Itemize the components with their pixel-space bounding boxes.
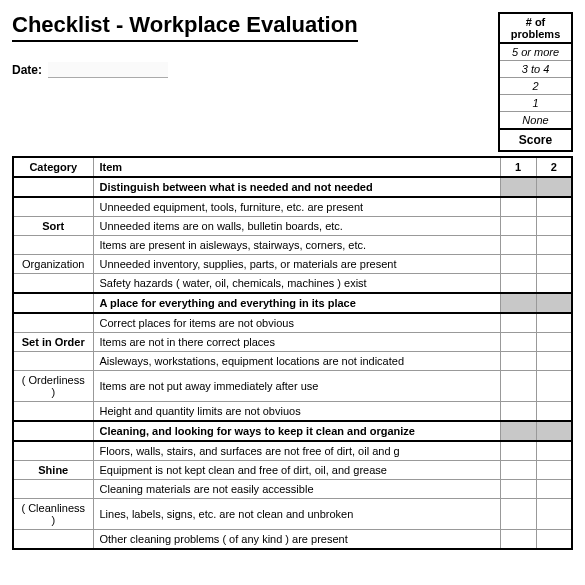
table-header-row: Category Item 1 2 (13, 157, 572, 177)
item-text: Equipment is not kept clean and free of … (93, 461, 500, 480)
score-cell[interactable] (536, 177, 572, 197)
item-text: Other cleaning problems ( of any kind ) … (93, 530, 500, 550)
score-cell[interactable] (536, 480, 572, 499)
problems-level: 1 (500, 95, 571, 112)
col-score1: 1 (500, 157, 536, 177)
table-row: Correct places for items are not obvious (13, 313, 572, 333)
table-row: Safety hazards ( water, oil, chemicals, … (13, 274, 572, 294)
score-cell[interactable] (500, 371, 536, 402)
table-row: Organization Unneeded inventory, supplie… (13, 255, 572, 274)
item-text: Safety hazards ( water, oil, chemicals, … (93, 274, 500, 294)
table-row: Aisleways, workstations, equipment locat… (13, 352, 572, 371)
problems-level: None (500, 112, 571, 128)
score-cell[interactable] (536, 461, 572, 480)
score-cell[interactable] (536, 217, 572, 236)
score-cell[interactable] (536, 274, 572, 294)
table-row: Other cleaning problems ( of any kind ) … (13, 530, 572, 550)
score-cell[interactable] (500, 441, 536, 461)
score-cell[interactable] (500, 352, 536, 371)
item-text: Lines, labels, signs, etc. are not clean… (93, 499, 500, 530)
item-text: Height and quantity limits are not obviu… (93, 402, 500, 422)
category-sub: Organization (13, 255, 93, 274)
page-title: Checklist - Workplace Evaluation (12, 12, 358, 42)
score-cell[interactable] (500, 530, 536, 550)
section-header: Distinguish between what is needed and n… (13, 177, 572, 197)
score-cell[interactable] (500, 313, 536, 333)
item-text: Aisleways, workstations, equipment locat… (93, 352, 500, 371)
score-cell[interactable] (500, 461, 536, 480)
score-cell[interactable] (500, 421, 536, 441)
score-cell[interactable] (500, 293, 536, 313)
section-header: Cleaning, and looking for ways to keep i… (13, 421, 572, 441)
problems-level: 5 or more (500, 44, 571, 61)
col-item: Item (93, 157, 500, 177)
item-text: Items are not in there correct places (93, 333, 500, 352)
date-input[interactable] (48, 62, 168, 78)
score-label: Score (498, 130, 573, 152)
table-row: Height and quantity limits are not obviu… (13, 402, 572, 422)
score-cell[interactable] (500, 402, 536, 422)
category-sub: ( Cleanliness ) (13, 499, 93, 530)
section-title: Distinguish between what is needed and n… (93, 177, 500, 197)
score-cell[interactable] (536, 530, 572, 550)
section-header: A place for everything and everything in… (13, 293, 572, 313)
score-cell[interactable] (500, 274, 536, 294)
score-cell[interactable] (536, 255, 572, 274)
score-cell[interactable] (536, 499, 572, 530)
score-cell[interactable] (500, 177, 536, 197)
score-cell[interactable] (500, 480, 536, 499)
problems-header: # of problems (500, 14, 571, 44)
table-row: ( Cleanliness ) Lines, labels, signs, et… (13, 499, 572, 530)
score-cell[interactable] (500, 333, 536, 352)
table-row: Set in Order Items are not in there corr… (13, 333, 572, 352)
score-cell[interactable] (536, 421, 572, 441)
table-row: Unneeded equipment, tools, furniture, et… (13, 197, 572, 217)
problems-level: 2 (500, 78, 571, 95)
category-main: Shine (13, 461, 93, 480)
table-row: ( Orderliness ) Items are not put away i… (13, 371, 572, 402)
score-cell[interactable] (500, 197, 536, 217)
score-cell[interactable] (500, 217, 536, 236)
item-text: Correct places for items are not obvious (93, 313, 500, 333)
item-text: Cleaning materials are not easily access… (93, 480, 500, 499)
category-main: Sort (13, 217, 93, 236)
problems-box: # of problems 5 or more 3 to 4 2 1 None (498, 12, 573, 130)
item-text: Items are not put away immediately after… (93, 371, 500, 402)
score-cell[interactable] (536, 313, 572, 333)
score-cell[interactable] (536, 333, 572, 352)
category-main: Set in Order (13, 333, 93, 352)
item-text: Unneeded items are on walls, bulletin bo… (93, 217, 500, 236)
section-title: A place for everything and everything in… (93, 293, 500, 313)
col-score2: 2 (536, 157, 572, 177)
score-cell[interactable] (500, 255, 536, 274)
item-text: Floors, walls, stairs, and surfaces are … (93, 441, 500, 461)
score-cell[interactable] (500, 236, 536, 255)
item-text: Items are present in aisleways, stairway… (93, 236, 500, 255)
score-cell[interactable] (536, 402, 572, 422)
table-row: Cleaning materials are not easily access… (13, 480, 572, 499)
score-cell[interactable] (536, 352, 572, 371)
score-cell[interactable] (500, 499, 536, 530)
category-sub: ( Orderliness ) (13, 371, 93, 402)
problems-level: 3 to 4 (500, 61, 571, 78)
table-row: Shine Equipment is not kept clean and fr… (13, 461, 572, 480)
table-row: Items are present in aisleways, stairway… (13, 236, 572, 255)
col-category: Category (13, 157, 93, 177)
score-cell[interactable] (536, 371, 572, 402)
table-row: Floors, walls, stairs, and surfaces are … (13, 441, 572, 461)
score-cell[interactable] (536, 197, 572, 217)
score-cell[interactable] (536, 293, 572, 313)
score-cell[interactable] (536, 441, 572, 461)
item-text: Unneeded inventory, supplies, parts, or … (93, 255, 500, 274)
evaluation-table: Category Item 1 2 Distinguish between wh… (12, 156, 573, 550)
table-row: Sort Unneeded items are on walls, bullet… (13, 217, 572, 236)
date-label: Date: (12, 63, 42, 77)
score-cell[interactable] (536, 236, 572, 255)
item-text: Unneeded equipment, tools, furniture, et… (93, 197, 500, 217)
section-title: Cleaning, and looking for ways to keep i… (93, 421, 500, 441)
